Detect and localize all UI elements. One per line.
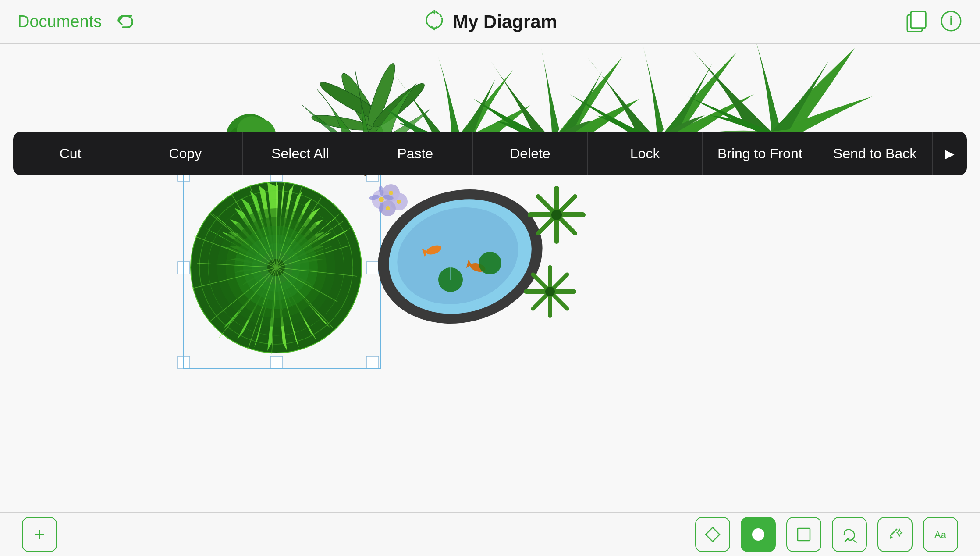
svg-point-61 [378, 202, 384, 213]
toolbar-right: Aa [695, 517, 958, 552]
svg-rect-1 [911, 11, 926, 28]
svg-line-47 [194, 236, 276, 267]
send-to-back-menu-item[interactable]: Send to Back [817, 132, 932, 175]
svg-line-72 [538, 196, 575, 233]
svg-line-46 [192, 267, 276, 289]
svg-point-9 [369, 79, 428, 131]
svg-point-66 [469, 262, 486, 274]
svg-text:Aa: Aa [934, 529, 947, 540]
svg-line-41 [276, 221, 343, 267]
documents-link[interactable]: Documents [18, 12, 102, 31]
svg-point-23 [217, 208, 335, 327]
frame-button[interactable] [786, 517, 821, 552]
svg-point-78 [545, 287, 555, 296]
svg-rect-81 [798, 528, 810, 541]
svg-point-29 [267, 259, 285, 276]
svg-line-76 [533, 274, 567, 309]
svg-point-28 [259, 251, 293, 284]
svg-point-26 [243, 235, 309, 300]
svg-rect-49 [184, 175, 381, 369]
sel-bl[interactable] [178, 356, 190, 369]
svg-point-73 [551, 210, 562, 220]
sel-br[interactable] [366, 356, 379, 369]
svg-line-37 [197, 263, 276, 267]
shape-button[interactable] [741, 517, 776, 552]
svg-point-20 [191, 182, 362, 353]
svg-point-68 [479, 252, 501, 274]
svg-point-65 [425, 243, 443, 256]
diagram-icon [423, 10, 446, 34]
toolbar-left: + [22, 517, 57, 552]
cut-menu-item[interactable]: Cut [13, 132, 128, 175]
svg-line-42 [276, 267, 357, 276]
diagram-title: My Diagram [453, 11, 557, 32]
delete-menu-item[interactable]: Delete [473, 132, 588, 175]
header-right: i [905, 10, 962, 34]
svg-point-10 [311, 112, 373, 133]
svg-point-51 [382, 184, 400, 202]
more-menu-item[interactable]: ▶ [933, 132, 967, 175]
diagram-canvas [0, 44, 980, 512]
lasso-button[interactable] [832, 517, 867, 552]
svg-point-54 [379, 197, 384, 202]
svg-line-40 [276, 185, 302, 267]
svg-line-71 [538, 196, 575, 233]
svg-line-44 [272, 267, 276, 354]
svg-line-32 [276, 246, 350, 267]
svg-point-22 [208, 200, 344, 335]
tool-button[interactable] [877, 517, 913, 552]
svg-point-67 [438, 267, 463, 292]
svg-line-34 [276, 267, 298, 346]
context-menu: Cut Copy Select All Paste Delete Lock Br… [13, 132, 967, 175]
svg-point-80 [756, 532, 761, 537]
svg-point-24 [226, 217, 327, 318]
svg-line-45 [219, 267, 276, 338]
sel-mr[interactable] [366, 262, 379, 274]
svg-line-43 [276, 267, 333, 328]
svg-line-48 [230, 192, 276, 267]
bring-to-front-menu-item[interactable]: Bring to Front [703, 132, 817, 175]
lock-menu-item[interactable]: Lock [588, 132, 703, 175]
svg-point-52 [390, 193, 408, 210]
svg-point-19 [191, 182, 362, 353]
select-all-menu-item[interactable]: Select All [243, 132, 358, 175]
svg-point-53 [380, 200, 396, 216]
undo-button[interactable] [115, 12, 136, 31]
svg-point-25 [234, 226, 318, 309]
svg-point-60 [383, 194, 394, 200]
svg-line-36 [210, 267, 276, 321]
svg-line-35 [248, 267, 276, 350]
svg-point-55 [389, 191, 393, 195]
text-button[interactable]: Aa [923, 517, 958, 552]
svg-point-8 [363, 61, 400, 132]
svg-point-50 [372, 190, 391, 209]
svg-point-27 [252, 243, 300, 292]
svg-point-63 [376, 184, 544, 330]
svg-point-58 [378, 185, 384, 196]
svg-line-33 [276, 267, 337, 302]
bottom-toolbar: + [0, 512, 980, 556]
svg-line-77 [533, 274, 567, 309]
svg-text:i: i [949, 14, 952, 27]
svg-point-64 [386, 194, 529, 317]
sel-ml[interactable] [178, 262, 190, 274]
duplicate-button[interactable] [905, 10, 927, 34]
sel-bm[interactable] [270, 356, 283, 369]
canvas-area[interactable]: Cut Copy Select All Paste Delete Lock Br… [0, 44, 980, 512]
copy-menu-item[interactable]: Copy [128, 132, 243, 175]
header: Documents My Diagram [0, 0, 980, 44]
header-left: Documents [18, 12, 136, 31]
info-button[interactable]: i [940, 10, 962, 34]
svg-point-57 [386, 206, 390, 210]
svg-line-31 [276, 198, 321, 267]
svg-point-56 [397, 200, 401, 204]
svg-line-39 [250, 185, 276, 267]
svg-point-59 [369, 194, 380, 200]
svg-point-62 [363, 171, 558, 342]
style-button[interactable] [695, 517, 730, 552]
svg-point-7 [317, 78, 384, 124]
paste-menu-item[interactable]: Paste [358, 132, 473, 175]
header-center: My Diagram [423, 10, 557, 34]
svg-point-21 [199, 191, 353, 344]
add-button[interactable]: + [22, 517, 57, 552]
